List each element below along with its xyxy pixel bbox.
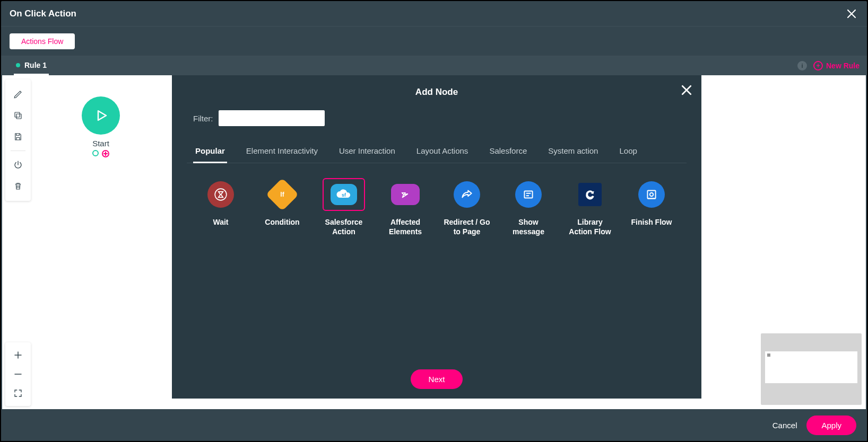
modal-title: On Click Action bbox=[10, 8, 76, 19]
svg-text:sf: sf bbox=[342, 192, 346, 198]
canvas-left-toolbar bbox=[5, 79, 31, 201]
play-icon bbox=[82, 96, 120, 135]
info-icon[interactable]: i bbox=[797, 61, 807, 70]
share-icon bbox=[454, 181, 480, 208]
add-circle-icon[interactable] bbox=[102, 150, 109, 157]
minimap-node-marker bbox=[767, 353, 770, 357]
apply-button[interactable]: Apply bbox=[806, 416, 856, 435]
save-icon[interactable] bbox=[8, 126, 28, 147]
status-circle-icon bbox=[92, 150, 99, 156]
node-category-tabs: PopularElement InteractivityUser Interac… bbox=[187, 141, 687, 163]
canvas-zoom-toolbar bbox=[5, 342, 31, 406]
svg-rect-0 bbox=[16, 114, 21, 119]
tab-popular[interactable]: Popular bbox=[193, 141, 227, 163]
rule-tab-label: Rule 1 bbox=[24, 61, 47, 69]
svg-point-7 bbox=[650, 193, 654, 197]
node-option-sparkle[interactable]: Affected Elements bbox=[376, 178, 435, 364]
close-icon[interactable] bbox=[679, 83, 694, 98]
node-option-share[interactable]: Redirect / Go to Page bbox=[437, 178, 497, 364]
svg-rect-1 bbox=[15, 112, 20, 117]
node-option-diamond[interactable]: IfCondition bbox=[253, 178, 312, 364]
node-option-label: Condition bbox=[265, 217, 299, 227]
next-button[interactable]: Next bbox=[411, 369, 463, 389]
edit-icon[interactable] bbox=[8, 84, 28, 105]
filter-label: Filter: bbox=[193, 114, 213, 123]
node-option-label: Library Action Flow bbox=[569, 217, 611, 236]
filter-input[interactable] bbox=[219, 110, 325, 126]
node-option-finish[interactable]: Finish Flow bbox=[622, 178, 681, 364]
sub-header: Actions Flow bbox=[1, 26, 867, 56]
add-node-panel: Add Node Filter: PopularElement Interact… bbox=[172, 75, 701, 399]
start-node[interactable]: Start bbox=[82, 96, 120, 157]
plus-circle-icon: + bbox=[813, 61, 823, 70]
node-option-hourglass[interactable]: Wait bbox=[191, 178, 250, 364]
cloud-sf-icon: sf bbox=[323, 178, 365, 211]
node-option-label: Wait bbox=[213, 217, 228, 227]
svg-text:If: If bbox=[280, 191, 284, 198]
zoom-out-icon[interactable] bbox=[8, 365, 28, 384]
cancel-button[interactable]: Cancel bbox=[772, 421, 797, 430]
trash-icon[interactable] bbox=[8, 175, 28, 197]
tab-salesforce[interactable]: Salesforce bbox=[487, 141, 529, 163]
node-option-label: Show message bbox=[513, 217, 544, 236]
tab-system-action[interactable]: System action bbox=[546, 141, 600, 163]
close-icon[interactable] bbox=[845, 7, 858, 21]
modal-header: On Click Action bbox=[1, 1, 867, 26]
new-rule-button[interactable]: + New Rule bbox=[813, 61, 860, 70]
rule-status-dot bbox=[16, 63, 20, 67]
on-click-action-modal: On Click Action Actions Flow Rule 1 i + … bbox=[1, 1, 867, 441]
tab-loop[interactable]: Loop bbox=[617, 141, 639, 163]
node-option-refresh[interactable]: Library Action Flow bbox=[560, 178, 620, 364]
message-icon bbox=[515, 181, 542, 208]
svg-rect-6 bbox=[647, 190, 655, 198]
modal-footer: Cancel Apply bbox=[1, 409, 867, 441]
node-option-label: Finish Flow bbox=[631, 217, 672, 227]
node-grid: WaitIfConditionsfSalesforce ActionAffect… bbox=[187, 163, 687, 364]
canvas-minimap[interactable] bbox=[761, 333, 862, 405]
flow-canvas[interactable]: Start Add Node Filter: PopularElement In… bbox=[2, 75, 866, 409]
node-option-label: Salesforce Action bbox=[325, 217, 363, 236]
start-node-label: Start bbox=[92, 139, 109, 148]
node-option-cloud-sf[interactable]: sfSalesforce Action bbox=[314, 178, 374, 364]
tab-user-interaction[interactable]: User Interaction bbox=[337, 141, 397, 163]
copy-icon[interactable] bbox=[8, 105, 28, 126]
fullscreen-icon[interactable] bbox=[8, 384, 28, 403]
node-option-label: Redirect / Go to Page bbox=[444, 217, 490, 236]
diamond-icon: If bbox=[266, 178, 299, 211]
start-node-status-icons bbox=[92, 150, 109, 157]
panel-title: Add Node bbox=[187, 87, 687, 98]
rule-bar-actions: i + New Rule bbox=[797, 61, 860, 70]
sparkle-icon bbox=[391, 184, 420, 205]
finish-icon bbox=[638, 181, 665, 208]
tab-layout-actions[interactable]: Layout Actions bbox=[414, 141, 471, 163]
svg-rect-5 bbox=[524, 191, 532, 198]
power-icon[interactable] bbox=[8, 154, 28, 175]
refresh-icon bbox=[578, 183, 602, 206]
minimap-viewport bbox=[765, 351, 857, 383]
node-option-label: Affected Elements bbox=[389, 217, 422, 236]
rule-tab-active[interactable]: Rule 1 bbox=[14, 56, 49, 75]
next-button-row: Next bbox=[187, 364, 687, 389]
new-rule-label: New Rule bbox=[826, 61, 860, 70]
hourglass-icon bbox=[207, 181, 234, 208]
toolbar-separator bbox=[11, 151, 26, 151]
node-option-message[interactable]: Show message bbox=[499, 178, 558, 364]
zoom-in-icon[interactable] bbox=[8, 346, 28, 365]
rule-bar: Rule 1 i + New Rule bbox=[1, 56, 867, 75]
filter-row: Filter: bbox=[187, 110, 687, 126]
tab-element-interactivity[interactable]: Element Interactivity bbox=[244, 141, 320, 163]
actions-flow-button[interactable]: Actions Flow bbox=[10, 33, 75, 49]
